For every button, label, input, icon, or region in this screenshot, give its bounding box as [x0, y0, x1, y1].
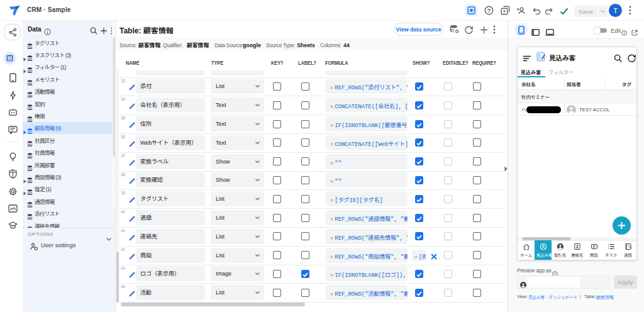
svg-text:?: ?: [487, 8, 491, 14]
